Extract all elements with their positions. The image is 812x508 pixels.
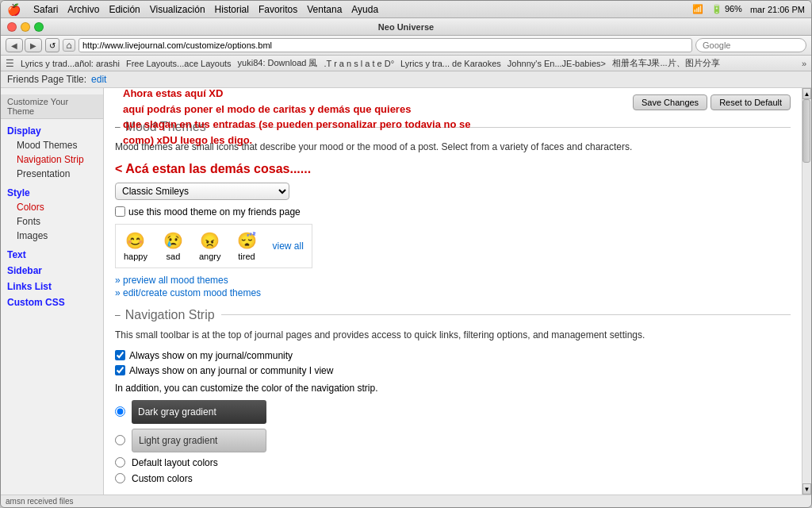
- bookmark-1[interactable]: Free Layouts...ace Layouts: [126, 59, 232, 68]
- mood-dropdown[interactable]: Classic Smileys: [115, 183, 289, 200]
- back-button[interactable]: ◀: [6, 38, 23, 52]
- sidebar-colors[interactable]: Colors: [1, 200, 103, 214]
- close-button[interactable]: [7, 22, 17, 32]
- nav-strip-checkbox2-row: Always show on any journal or community …: [115, 365, 791, 376]
- sidebar-links-list[interactable]: Links List: [1, 278, 103, 294]
- url-input[interactable]: [79, 38, 692, 52]
- content-area: Friends Page Title: edit Ahora estas aqu…: [1, 71, 811, 495]
- color-swatch-light[interactable]: Light gray gradient: [132, 429, 266, 452]
- status-bar: amsn received files: [1, 495, 811, 507]
- sidebar-navigation-strip[interactable]: Navigation Strip: [1, 152, 103, 167]
- scroll-track[interactable]: [802, 99, 811, 483]
- bookmark-2[interactable]: yuki84: Download 風: [238, 57, 318, 69]
- wifi-icon: 📶: [692, 4, 703, 14]
- title-bar: Neo Universe: [1, 18, 811, 36]
- sidebar-style-label[interactable]: Style: [1, 184, 103, 200]
- menu-visualizacion[interactable]: Visualización: [150, 4, 205, 15]
- color-option-light: Light gray gradient: [115, 429, 791, 452]
- angry-emoji: 😠: [200, 231, 220, 250]
- sidebar-text[interactable]: Text: [1, 246, 103, 262]
- save-changes-button[interactable]: Save Changes: [633, 94, 707, 110]
- nav-strip-checkbox2-label: Always show on any journal or community …: [129, 365, 333, 376]
- mood-preview-row: 😊 happy 😢 sad 😠 angry: [115, 224, 312, 268]
- color-radio-light[interactable]: [115, 435, 125, 445]
- bookmark-6[interactable]: 相册名车J果...片、图片分享: [612, 57, 720, 69]
- friends-page-bar: Friends Page Title: edit Ahora estas aqu…: [1, 71, 811, 88]
- nav-buttons: ◀ ▶: [6, 38, 42, 52]
- menu-historial[interactable]: Historial: [215, 4, 249, 15]
- mood-tired: 😴 tired: [237, 231, 257, 261]
- bookmark-5[interactable]: Johnny's En...JE-babies>: [508, 59, 606, 68]
- page-content: Friends Page Title: edit Ahora estas aqu…: [1, 71, 811, 495]
- color-radio-dark[interactable]: [115, 406, 125, 417]
- edit-create-link[interactable]: edit/create custom mood themes: [115, 287, 791, 298]
- bookmark-3[interactable]: .T r a n s l a t e D°: [324, 59, 395, 68]
- bookmark-4[interactable]: Lyrics y tra... de Karaokes: [400, 59, 501, 68]
- mood-happy: 😊 happy: [124, 231, 147, 261]
- menu-safari[interactable]: Safari: [33, 4, 58, 15]
- home-button[interactable]: ⌂: [63, 39, 75, 52]
- sidebar-display-section: Display Mood Themes Navigation Strip Pre…: [1, 122, 103, 181]
- color-swatch-dark[interactable]: Dark gray gradient: [132, 400, 266, 424]
- nav-strip-section: Navigation Strip This small toolbar is a…: [115, 308, 791, 484]
- menu-archivo[interactable]: Archivo: [67, 4, 99, 15]
- sidebar-mood-themes[interactable]: Mood Themes: [1, 138, 103, 152]
- forward-button[interactable]: ▶: [25, 38, 42, 52]
- reset-to-default-button[interactable]: Reset to Default: [710, 94, 791, 110]
- sidebar-fonts[interactable]: Fonts: [1, 214, 103, 229]
- angry-label: angry: [199, 252, 221, 261]
- tired-emoji: 😴: [237, 231, 257, 250]
- sidebar-images[interactable]: Images: [1, 229, 103, 243]
- mood-themes-description: Mood themes are small icons that describ…: [115, 140, 791, 154]
- sad-label: sad: [167, 252, 181, 261]
- scroll-up-arrow[interactable]: ▲: [802, 88, 811, 99]
- mood-friends-checkbox[interactable]: [115, 206, 125, 217]
- refresh-button[interactable]: ↺: [45, 38, 59, 52]
- sidebar-custom-css[interactable]: Custom CSS: [1, 294, 103, 310]
- nav-strip-header: Navigation Strip: [115, 308, 791, 322]
- menu-ventana[interactable]: Ventana: [307, 4, 342, 15]
- scroll-thumb[interactable]: [802, 99, 810, 163]
- color-radio-default[interactable]: [115, 457, 125, 468]
- bookmarks-more[interactable]: »: [802, 59, 806, 68]
- color-default-label: Default layout colors: [132, 457, 218, 468]
- clock: mar 21:06 PM: [750, 5, 805, 14]
- mood-inner-text: < Acá estan las demás cosas......: [115, 162, 791, 176]
- traffic-lights: [7, 22, 44, 32]
- maximize-button[interactable]: [34, 22, 44, 32]
- color-radio-custom[interactable]: [115, 473, 125, 483]
- nav-strip-description: This small toolbar is at the top of jour…: [115, 329, 791, 342]
- menu-edicion[interactable]: Edición: [109, 4, 140, 15]
- sidebar-display-label[interactable]: Display: [1, 122, 103, 138]
- nav-strip-checkbox2[interactable]: [115, 365, 125, 375]
- reading-list-icon[interactable]: ☰: [6, 58, 14, 69]
- apple-menu[interactable]: 🍎: [7, 3, 21, 16]
- bookmarks-bar: ☰ Lyrics y trad...añol: arashi Free Layo…: [1, 56, 811, 71]
- scroll-down-arrow[interactable]: ▼: [802, 483, 811, 495]
- page-body: Customize Your Theme Display Mood Themes…: [1, 88, 811, 495]
- bookmark-0[interactable]: Lyrics y trad...añol: arashi: [21, 59, 120, 68]
- nav-strip-checkbox1[interactable]: [115, 350, 125, 360]
- sidebar-sidebar[interactable]: Sidebar: [1, 262, 103, 278]
- menu-favoritos[interactable]: Favoritos: [259, 4, 297, 15]
- mood-checkbox-row: use this mood theme on my friends page: [115, 206, 791, 217]
- color-intro-text: In addition, you can customize the color…: [115, 383, 791, 394]
- preview-all-link[interactable]: preview all mood themes: [115, 275, 791, 286]
- friends-page-edit-link[interactable]: edit: [91, 74, 106, 85]
- menu-bar: 🍎 Safari Archivo Edición Visualización H…: [1, 1, 811, 18]
- action-buttons: Save Changes Reset to Default: [115, 94, 791, 110]
- happy-emoji: 😊: [125, 231, 145, 250]
- nav-strip-title: Navigation Strip: [125, 308, 215, 322]
- mood-themes-title: Mood Themes: [125, 120, 206, 134]
- view-all-link[interactable]: view all: [273, 241, 304, 252]
- minimize-button[interactable]: [21, 22, 30, 32]
- search-input[interactable]: [695, 38, 806, 52]
- sidebar-presentation[interactable]: Presentation: [1, 167, 103, 181]
- menu-ayuda[interactable]: Ayuda: [351, 4, 378, 15]
- scrollbar[interactable]: ▲ ▼: [802, 88, 811, 495]
- nav-strip-checkbox1-row: Always show on my journal/community: [115, 350, 791, 361]
- mood-sad: 😢 sad: [163, 231, 183, 261]
- battery-icon: 🔋 96%: [711, 4, 742, 14]
- mood-angry: 😠 angry: [199, 231, 221, 261]
- browser-window: 🍎 Safari Archivo Edición Visualización H…: [0, 0, 812, 508]
